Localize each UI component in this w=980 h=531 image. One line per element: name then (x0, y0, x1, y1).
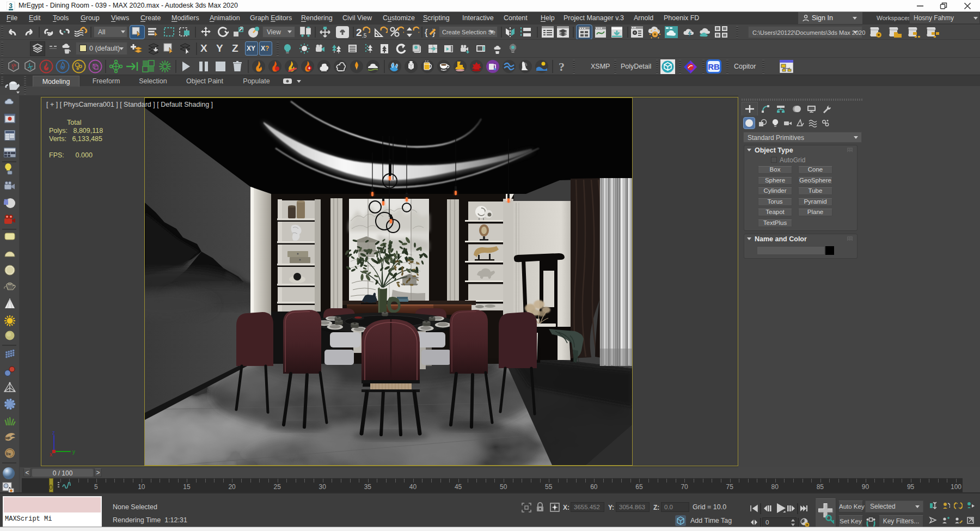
svg-text:{: { (425, 27, 428, 38)
svg-text:RB: RB (708, 62, 720, 71)
svg-text:0x: 0x (6, 451, 11, 456)
svg-text:?: ? (559, 60, 565, 73)
svg-text:z: z (52, 431, 55, 436)
svg-text:.5: .5 (362, 33, 367, 38)
svg-text:y: y (72, 449, 75, 455)
svg-text:x: x (50, 451, 52, 457)
svg-text:3: 3 (9, 2, 13, 10)
svg-text:HF: HF (5, 436, 11, 440)
svg-text:2: 2 (356, 27, 362, 38)
